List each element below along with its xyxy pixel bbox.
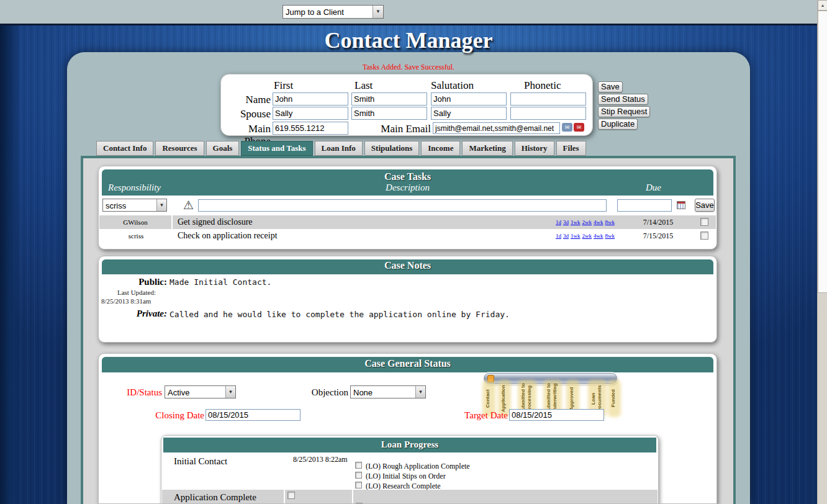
vertical-scrollbar[interactable]: ▲ [817, 0, 827, 504]
spouse-last-field[interactable] [351, 107, 427, 120]
check-item-label: (LO) Initial Stips on Order [366, 472, 446, 480]
tab-bar: Contact Info Resources Goals Status and … [96, 141, 586, 156]
task-due-date: 7/14/2015 [633, 218, 683, 227]
loan-progress-row: Application Complete (LO) Primary Option… [162, 490, 658, 504]
stage-label-funded: Funded [610, 382, 618, 415]
contact-summary-card: First Last Salutation Phonetic Name Spou… [220, 74, 593, 136]
new-task-save-button[interactable]: Save [695, 199, 715, 212]
tab-stipulations[interactable]: Stipulations [364, 141, 419, 156]
main-email-label: Main Email [370, 123, 431, 135]
task-row: scriss Check on application receipt 1d3d… [99, 229, 716, 243]
tab-history[interactable]: History [515, 141, 554, 156]
task-responsibility: GWilson [99, 215, 173, 229]
warning-icon: ⚠ [183, 198, 194, 212]
loan-stage-name: Application Complete [174, 492, 256, 503]
tab-status-and-tasks[interactable]: Status and Tasks [241, 141, 312, 156]
quick-date-link[interactable]: 8wk [605, 219, 615, 225]
save-button[interactable]: Save [598, 81, 623, 92]
quick-date-link[interactable]: 1wk [571, 219, 581, 225]
target-date-input[interactable] [509, 409, 604, 421]
task-due-date: 7/15/2015 [633, 232, 683, 241]
private-note-text: Called and he would like to complete the… [169, 310, 510, 319]
stip-request-button[interactable]: Stip Request [598, 106, 650, 117]
public-note-label: Public: [99, 277, 167, 287]
col-description: Description [102, 182, 713, 193]
new-task-due-input[interactable] [617, 199, 672, 212]
stage-complete-checkbox[interactable] [287, 492, 295, 499]
calendar-icon[interactable] [677, 201, 685, 209]
check-item-label: (LO) Research Complete [366, 482, 441, 490]
task-complete-checkbox[interactable] [700, 232, 708, 240]
new-task-responsibility-select[interactable]: scriss ▼ [102, 199, 167, 212]
closing-date-input[interactable] [206, 409, 301, 421]
quick-date-link[interactable]: 4wk [594, 233, 603, 239]
task-description: Check on application receipt [178, 231, 278, 241]
tab-contact-info[interactable]: Contact Info [96, 141, 153, 156]
chevron-down-icon[interactable]: ▼ [415, 386, 425, 398]
private-note-label: Private: [99, 308, 167, 319]
quick-date-link[interactable]: 2wk [582, 219, 592, 225]
scrollbar-thumb[interactable] [818, 11, 827, 293]
top-bar [0, 0, 817, 24]
case-general-status-card: Case General Status Contact Application … [98, 353, 717, 504]
case-tasks-header: Case Tasks Responsibility Description Du… [102, 169, 713, 196]
quick-date-link[interactable]: 1wk [571, 233, 581, 239]
col-header-salutation: Salutation [431, 79, 474, 92]
last-updated-value: 8/25/2013 8:31am [101, 297, 151, 305]
email-alert-envelope-icon[interactable]: ✉ [574, 123, 584, 132]
id-status-select[interactable]: Active ▼ [165, 385, 236, 398]
main-email-field[interactable] [433, 122, 560, 134]
case-notes-title: Case Notes [102, 259, 713, 271]
col-header-phonetic: Phonetic [524, 79, 561, 92]
quick-date-link[interactable]: 1d [556, 233, 561, 239]
objection-select[interactable]: None ▼ [350, 385, 426, 398]
case-general-status-header: Case General Status [102, 357, 713, 372]
spouse-salutation-field[interactable] [431, 107, 507, 120]
spouse-first-field[interactable] [273, 107, 348, 120]
target-date-label: Target Date [446, 410, 508, 421]
name-last-field[interactable] [351, 92, 427, 106]
name-salutation-field[interactable] [431, 92, 507, 106]
quick-date-link[interactable]: 8wk [605, 233, 615, 239]
background-shade [0, 25, 21, 504]
loan-progress-title: Loan Progress [163, 438, 656, 452]
column-divider [352, 490, 353, 504]
progress-checkbox[interactable] [355, 462, 362, 469]
task-complete-checkbox[interactable] [700, 218, 708, 226]
loan-stage-name: Initial Contact [174, 456, 227, 467]
scroll-up-arrow-icon[interactable]: ▲ [818, 0, 827, 11]
progress-checkbox[interactable] [355, 482, 362, 488]
main-phone-field[interactable] [273, 122, 348, 135]
send-status-button[interactable]: Send Status [598, 94, 648, 105]
quick-date-link[interactable]: 2wk [582, 233, 592, 239]
tab-goals[interactable]: Goals [206, 141, 240, 156]
quick-date-link[interactable]: 1d [556, 219, 561, 225]
duplicate-button[interactable]: Duplicate [598, 119, 638, 130]
chevron-down-icon[interactable]: ▼ [225, 386, 235, 398]
page-title: Contact Manager [0, 27, 817, 53]
case-tasks-card: Case Tasks Responsibility Description Du… [98, 166, 717, 250]
new-task-description-input[interactable] [198, 199, 607, 212]
tab-files[interactable]: Files [556, 141, 586, 156]
name-phonetic-field[interactable] [510, 92, 586, 106]
chevron-down-icon[interactable]: ▼ [373, 6, 383, 18]
contact-manager-app: C Bor Last Name ▼ Search Jump to a Clien… [0, 0, 827, 504]
top-bar-divider [0, 24, 817, 25]
spouse-phonetic-field[interactable] [510, 107, 586, 120]
progress-checkbox[interactable] [355, 472, 362, 479]
name-first-field[interactable] [273, 92, 348, 106]
quick-date-link[interactable]: 3d [563, 233, 569, 239]
email-envelope-icon[interactable]: ✉ [562, 123, 572, 132]
task-quick-date-links: 1d3d1wk2wk4wk8wk [556, 219, 618, 225]
tab-marketing[interactable]: Marketing [462, 141, 512, 156]
id-status-label: ID/Status [99, 387, 162, 398]
tab-loan-info[interactable]: Loan Info [315, 141, 363, 156]
tab-income[interactable]: Income [421, 141, 460, 156]
column-divider [284, 490, 285, 504]
chevron-down-icon[interactable]: ▼ [156, 199, 166, 211]
slider-handle[interactable] [487, 375, 494, 382]
quick-date-link[interactable]: 3d [563, 219, 569, 225]
quick-date-link[interactable]: 4wk [594, 219, 603, 225]
jump-to-client-select[interactable]: Jump to a Client ▼ [282, 5, 384, 19]
tab-resources[interactable]: Resources [155, 141, 204, 156]
